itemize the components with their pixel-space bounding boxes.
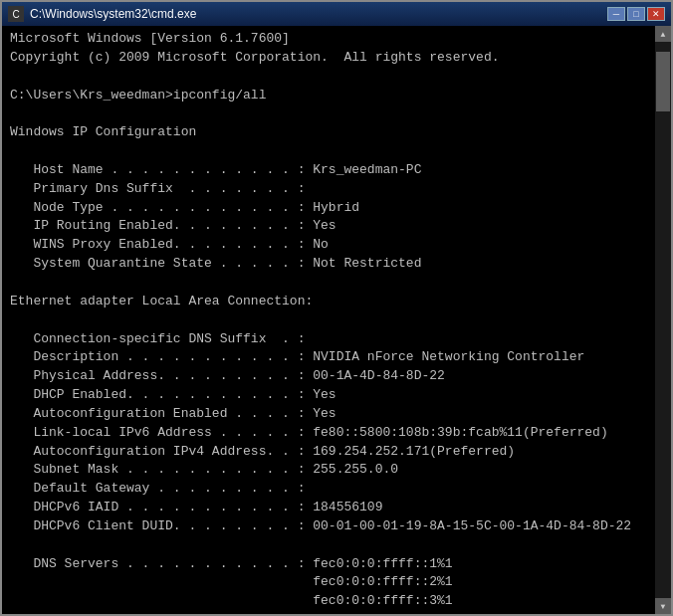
terminal-line	[10, 536, 647, 555]
titlebar: C C:\Windows\system32\cmd.exe ─ □ ✕	[2, 2, 671, 26]
terminal-line: DHCPv6 IAID . . . . . . . . . . . : 1845…	[10, 499, 647, 517]
titlebar-title-group: C C:\Windows\system32\cmd.exe	[8, 6, 196, 22]
terminal-line: NetBIOS over Tcpip. . . . . . . . : Enab…	[10, 611, 647, 614]
terminal-line	[10, 274, 647, 293]
terminal-line: Host Name . . . . . . . . . . . . : Krs_…	[10, 161, 647, 180]
terminal-line: Description . . . . . . . . . . . : NVID…	[10, 348, 647, 367]
terminal-line: Default Gateway . . . . . . . . . :	[10, 480, 647, 499]
terminal-line: Ethernet adapter Local Area Connection:	[10, 293, 647, 311]
terminal-line	[10, 311, 647, 330]
terminal-line: fec0:0:0:ffff::2%1	[10, 573, 647, 592]
scrollbar[interactable]: ▲ ▼	[655, 26, 671, 614]
terminal-line	[10, 104, 647, 123]
close-button[interactable]: ✕	[647, 7, 665, 21]
titlebar-title-text: C:\Windows\system32\cmd.exe	[30, 7, 196, 21]
scroll-down-button[interactable]: ▼	[655, 598, 671, 614]
terminal-line: Autoconfiguration IPv4 Address. . : 169.…	[10, 443, 647, 462]
terminal-line: C:\Users\Krs_weedman>ipconfig/all	[10, 87, 647, 105]
terminal-line: Windows IP Configuration	[10, 123, 647, 142]
terminal-line: WINS Proxy Enabled. . . . . . . . : No	[10, 236, 647, 255]
terminal-line: IP Routing Enabled. . . . . . . . : Yes	[10, 217, 647, 236]
terminal-line: Microsoft Windows [Version 6.1.7600]	[10, 30, 647, 49]
terminal-line: Subnet Mask . . . . . . . . . . . : 255.…	[10, 461, 647, 480]
minimize-button[interactable]: ─	[607, 7, 625, 21]
scroll-up-button[interactable]: ▲	[655, 26, 671, 42]
terminal-line: Primary Dns Suffix . . . . . . . :	[10, 180, 647, 199]
titlebar-controls: ─ □ ✕	[607, 7, 665, 21]
terminal-line	[10, 68, 647, 87]
terminal-line: Physical Address. . . . . . . . . : 00-1…	[10, 367, 647, 386]
terminal-line	[10, 142, 647, 161]
terminal-line: fec0:0:0:ffff::3%1	[10, 592, 647, 611]
scrollbar-track[interactable]	[655, 42, 671, 598]
cmd-window: C C:\Windows\system32\cmd.exe ─ □ ✕ Micr…	[0, 0, 673, 616]
terminal-output[interactable]: Microsoft Windows [Version 6.1.7600]Copy…	[2, 26, 655, 614]
scrollbar-thumb[interactable]	[656, 52, 670, 111]
cmd-icon: C	[8, 6, 24, 22]
terminal-line: DHCP Enabled. . . . . . . . . . . : Yes	[10, 386, 647, 405]
terminal-line: DHCPv6 Client DUID. . . . . . . . : 00-0…	[10, 517, 647, 536]
terminal-line: Connection-specific DNS Suffix . :	[10, 330, 647, 349]
terminal-line: Autoconfiguration Enabled . . . . : Yes	[10, 405, 647, 424]
terminal-line: Copyright (c) 2009 Microsoft Corporation…	[10, 49, 647, 68]
maximize-button[interactable]: □	[627, 7, 645, 21]
terminal-line: Link-local IPv6 Address . . . . . : fe80…	[10, 424, 647, 443]
content-wrapper: Microsoft Windows [Version 6.1.7600]Copy…	[2, 26, 671, 614]
terminal-line: System Quarantine State . . . . . : Not …	[10, 255, 647, 274]
terminal-line: DNS Servers . . . . . . . . . . . : fec0…	[10, 555, 647, 574]
terminal-line: Node Type . . . . . . . . . . . . : Hybr…	[10, 199, 647, 218]
